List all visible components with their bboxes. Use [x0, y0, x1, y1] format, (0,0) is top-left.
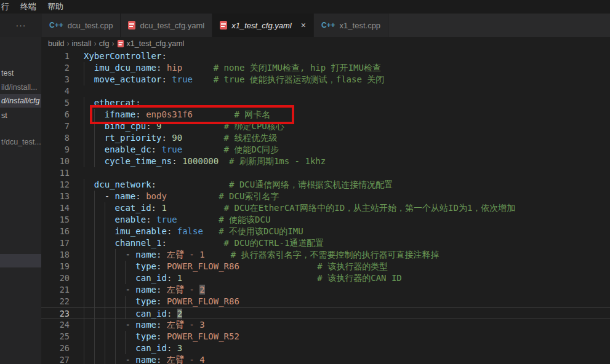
code-line-5[interactable]: 5 ethercat:: [41, 97, 610, 109]
line-number[interactable]: 11: [41, 167, 70, 179]
sidebar-item-d-install-cfg[interactable]: d/install/cfg: [0, 94, 41, 108]
code-token: type: [135, 331, 156, 341]
code-line-4[interactable]: 4: [41, 85, 610, 97]
code-line-26[interactable]: 26 can_id: 3: [41, 342, 610, 354]
code-line-25[interactable]: 25 type: POWER_FLOW_R52: [41, 331, 610, 342]
code-token: type: [135, 261, 156, 271]
sidebar-item-selected-empty[interactable]: [0, 254, 41, 267]
code-line-content: [70, 167, 84, 179]
code-token: :: [135, 109, 140, 119]
cpp-file-icon: C++: [321, 21, 335, 30]
line-number[interactable]: 5: [41, 97, 70, 109]
code-token: name: [135, 285, 156, 295]
code-token: [141, 191, 146, 201]
line-number[interactable]: 16: [41, 226, 70, 237]
breadcrumb-item-build[interactable]: build: [48, 39, 64, 48]
code-line-9[interactable]: 9 enable_dc: true # 使能DC同步: [41, 144, 610, 156]
line-number[interactable]: 10: [41, 156, 70, 167]
code-line-3[interactable]: 3 move_actuator: true # true 使能执行器运动测试，f…: [41, 74, 610, 85]
code-line-content: can_id: 2: [70, 308, 182, 318]
code-line-content: enable: true # 使能该DCU: [70, 214, 270, 226]
sidebar-panel: testild/install...d/install/cfgstt/dcu_t…: [0, 37, 41, 364]
line-number[interactable]: 18: [41, 249, 70, 261]
tab-x1_test.cpp[interactable]: C++x1_test.cpp: [314, 14, 388, 37]
close-tab-icon[interactable]: ×: [301, 20, 306, 30]
line-number[interactable]: 15: [41, 214, 70, 226]
code-token: 90: [172, 133, 182, 143]
menu-item-终端[interactable]: 终端: [15, 0, 42, 14]
line-number[interactable]: 12: [41, 179, 70, 191]
line-number[interactable]: 26: [41, 342, 70, 354]
menu-item-帮助[interactable]: 帮助: [42, 0, 69, 14]
code-line-12[interactable]: 12 dcu_network: # DCU通信网络，请根据实机连接情况配置: [41, 179, 610, 191]
code-token: 左臂 - 1: [167, 250, 205, 259]
line-number[interactable]: 14: [41, 202, 70, 214]
indent-guides: [84, 226, 114, 237]
code-line-20[interactable]: 20 can_id: 1 # 该执行器的CAN ID: [41, 272, 610, 284]
code-line-17[interactable]: 17 channel_1: # DCU的CTRL-1通道配置: [41, 237, 610, 249]
code-token: [239, 261, 317, 271]
line-number[interactable]: 9: [41, 144, 70, 156]
tab-x1_test_cfg.yaml[interactable]: x1_test_cfg.yaml×: [212, 14, 314, 37]
comment-token: # 该执行器的类型: [317, 261, 388, 271]
code-line-11[interactable]: 11: [41, 167, 610, 179]
breadcrumb-item-install[interactable]: install: [72, 39, 92, 48]
code-token: POWER_FLOW_R86: [167, 261, 239, 271]
code-line-23[interactable]: 23 can_id: 2: [41, 307, 610, 319]
code-token: [193, 74, 214, 84]
code-line-18[interactable]: 18 - name: 左臂 - 1 # 执行器索引名字，不需要控制的执行器可直接…: [41, 249, 610, 261]
code-token: [172, 309, 177, 318]
line-number[interactable]: 1: [41, 50, 70, 62]
code-editor[interactable]: 1XyberController:2 imu_dcu_name: hip # n…: [41, 50, 610, 364]
comment-token: # 网卡名: [234, 109, 270, 119]
line-number[interactable]: 17: [41, 237, 70, 249]
code-line-16[interactable]: 16 imu_enable: false # 不使用该DCU的IMU: [41, 226, 610, 237]
code-line-13[interactable]: 13 - name: body # DCU索引名字: [41, 191, 610, 202]
code-line-15[interactable]: 15 enable: true # 使能该DCU: [41, 214, 610, 226]
code-line-10[interactable]: 10 cycle_time_ns: 1000000 # 刷新周期1ms - 1k…: [41, 156, 610, 167]
code-line-8[interactable]: 8 rt_priority: 90 # 线程优先级: [41, 132, 610, 144]
tabs-container: C++dcu_test.cppdcu_test_cfg.yamlx1_test_…: [42, 14, 388, 37]
code-line-24[interactable]: 24 - name: 左臂 - 3: [41, 319, 610, 331]
code-line-content: enable_dc: true # 使能DC同步: [70, 144, 279, 156]
line-number[interactable]: 23: [41, 308, 70, 318]
indent-guides: [84, 62, 93, 74]
line-number[interactable]: 2: [41, 62, 70, 74]
more-actions-button[interactable]: ···: [0, 14, 42, 37]
code-line-27[interactable]: 27 - name: 左臂 - 4: [41, 354, 610, 364]
sidebar-item-ild-install-[interactable]: ild/install...: [0, 81, 41, 94]
line-number[interactable]: 27: [41, 354, 70, 364]
line-number[interactable]: 8: [41, 132, 70, 144]
line-number[interactable]: 4: [41, 85, 70, 97]
code-line-21[interactable]: 21 - name: 左臂 - 2: [41, 284, 610, 296]
line-number[interactable]: 25: [41, 331, 70, 342]
code-line-6[interactable]: 6 ifname: enp0s31f6 # 网卡名: [41, 109, 610, 121]
code-line-1[interactable]: 1XyberController:: [41, 50, 610, 62]
line-number[interactable]: 13: [41, 191, 70, 202]
line-number[interactable]: 3: [41, 74, 70, 85]
sidebar-item-st[interactable]: st: [0, 109, 41, 122]
code-line-2[interactable]: 2 imu_dcu_name: hip # none 关闭IMU检查, hip …: [41, 62, 610, 74]
code-line-14[interactable]: 14 ecat_id: 1 # DCU在EtherCAT网络中的ID，从主站开始…: [41, 202, 610, 214]
code-token: [182, 273, 317, 283]
breadcrumb-item-cfg[interactable]: cfg: [99, 39, 110, 48]
menu-item-行[interactable]: 行: [0, 0, 15, 14]
code-token: 左臂 - 3: [167, 320, 205, 330]
breadcrumb-item-file[interactable]: x1_test_cfg.yaml: [127, 39, 185, 48]
sidebar-item-test[interactable]: test: [0, 66, 41, 80]
code-line-22[interactable]: 22 type: POWER_FLOW_R86: [41, 296, 610, 307]
tab-dcu_test_cfg.yaml[interactable]: dcu_test_cfg.yaml: [121, 14, 212, 37]
tab-dcu_test.cpp[interactable]: C++dcu_test.cpp: [42, 14, 121, 37]
code-line-7[interactable]: 7 bind_cpu: 9 # 绑定CPU核心: [41, 121, 610, 132]
line-number[interactable]: 7: [41, 121, 70, 132]
code-line-19[interactable]: 19 type: POWER_FLOW_R86 # 该执行器的类型: [41, 261, 610, 272]
line-number[interactable]: 22: [41, 296, 70, 307]
code-token: :: [172, 156, 177, 166]
line-number[interactable]: 20: [41, 272, 70, 284]
code-token: enable_dc: [105, 144, 151, 154]
sidebar-item-t-dcu-test-[interactable]: t/dcu_test...: [0, 135, 41, 149]
line-number[interactable]: 6: [41, 109, 70, 121]
line-number[interactable]: 19: [41, 261, 70, 272]
line-number[interactable]: 24: [41, 319, 70, 331]
line-number[interactable]: 21: [41, 284, 70, 296]
